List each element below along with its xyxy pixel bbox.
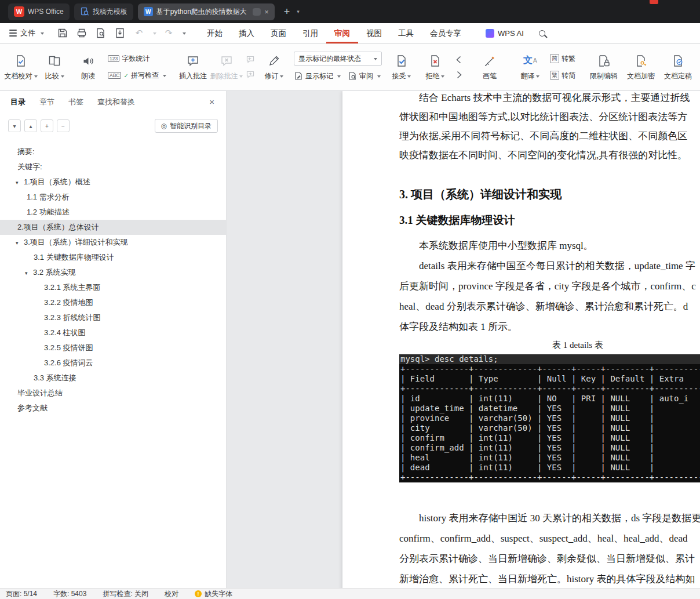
- menu-tab-6[interactable]: 工具: [390, 23, 422, 43]
- undo-caret-icon[interactable]: [153, 32, 156, 37]
- compare-button[interactable]: 比较: [38, 48, 71, 87]
- collapse-icon[interactable]: ▾: [16, 175, 24, 190]
- outline-item[interactable]: 3.2.4 柱状图: [0, 325, 226, 340]
- read-aloud-button[interactable]: 朗读: [71, 48, 105, 87]
- menu-tab-3[interactable]: 引用: [294, 23, 326, 43]
- pen-button[interactable]: 画笔: [473, 48, 506, 87]
- simplified-to-traditional-button[interactable]: 简 转繁: [550, 52, 575, 65]
- next-change-button[interactable]: [453, 70, 465, 80]
- outline-item[interactable]: 3.2.3 折线统计图: [0, 310, 226, 325]
- demote-button[interactable]: −: [57, 119, 70, 132]
- collapse-icon[interactable]: ▾: [25, 266, 33, 280]
- menu-tab-7[interactable]: 会员专享: [422, 23, 469, 43]
- outline-item[interactable]: ▾1.项目（系统）概述: [0, 175, 226, 190]
- doc-assistant-icon[interactable]: [253, 8, 261, 16]
- menu-tab-4[interactable]: 审阅: [326, 23, 358, 43]
- terminal-table: +-------------+-------------+------+----…: [399, 364, 700, 482]
- new-tab-button[interactable]: +: [284, 6, 290, 18]
- print-preview-button[interactable]: [94, 26, 108, 40]
- menu-tab-0[interactable]: 开始: [199, 23, 231, 43]
- proofread-button[interactable]: 文档校对: [4, 48, 38, 87]
- undo-button[interactable]: ↶: [132, 26, 146, 40]
- panel-tab-1[interactable]: 章节: [39, 97, 54, 107]
- proofread-status[interactable]: 校对: [165, 589, 178, 599]
- s2t-label: 转繁: [562, 54, 575, 64]
- translate-button[interactable]: 文A 翻译: [513, 48, 547, 87]
- reject-label: 拒绝: [425, 71, 439, 81]
- spell-check-status[interactable]: 拼写检查: 关闭: [103, 589, 148, 599]
- outline-label: 1.1 需求分析: [27, 193, 70, 201]
- outline-item[interactable]: 2.项目（系统）总体设计: [0, 220, 226, 235]
- word-count-indicator[interactable]: 字数: 5403: [53, 589, 86, 599]
- collapse-all-button[interactable]: ▴: [24, 119, 37, 132]
- document-tab[interactable]: W 基于python爬虫的疫情数据大 ×: [138, 3, 275, 20]
- word-doc-icon: W: [144, 7, 153, 16]
- outline-item[interactable]: ▾3.项目（系统）详细设计和实现: [0, 235, 226, 250]
- review-menu-label: 审阅: [359, 71, 373, 81]
- menu-tab-2[interactable]: 页面: [262, 23, 294, 43]
- hamburger-icon: [9, 30, 17, 37]
- wps-ai-label: WPS AI: [498, 29, 524, 38]
- tab-list-caret-icon[interactable]: ▾: [297, 9, 300, 14]
- print-button[interactable]: [75, 26, 89, 40]
- show-markup-button[interactable]: 显示标记: [294, 70, 341, 82]
- previous-change-button[interactable]: [453, 55, 465, 65]
- promote-button[interactable]: +: [41, 119, 53, 132]
- outline-item[interactable]: 3.1 关键数据库物理设计: [0, 250, 226, 265]
- outline-item[interactable]: 摘要:: [0, 144, 226, 159]
- finalize-document-button[interactable]: 文档定稿: [659, 48, 697, 87]
- outline-tree: 摘要:关键字:▾1.项目（系统）概述1.1 需求分析1.2 功能描述2.项目（系…: [0, 139, 226, 416]
- smart-toc-button[interactable]: ◎ 智能识别目录: [155, 119, 218, 133]
- accept-button[interactable]: 接受: [385, 48, 418, 87]
- paragraph-history-table: history 表用来存储中国近 30 天累计的相关数据，ds 字段是数据更co…: [399, 508, 700, 588]
- restrict-editing-button[interactable]: 限制编辑: [585, 48, 622, 87]
- close-panel-icon[interactable]: ×: [209, 97, 214, 106]
- document-page[interactable]: 结合 Echarts 技术中主流的数据可视化展示形式，主要通过折线饼状图和中国地…: [342, 91, 700, 588]
- markup-state-dropdown[interactable]: 显示标记的最终状态: [294, 52, 382, 66]
- page-indicator[interactable]: 页面: 5/14: [6, 589, 37, 599]
- expand-all-button[interactable]: ▾: [8, 119, 21, 132]
- traditional-to-simplified-button[interactable]: 繁 转简: [550, 69, 575, 82]
- t2s-label: 转简: [562, 71, 575, 81]
- collapse-icon[interactable]: ▾: [16, 235, 24, 250]
- delete-comment-label: 删除批注: [210, 71, 238, 81]
- review-menu-button[interactable]: 审阅: [348, 70, 381, 82]
- encrypt-document-button[interactable]: 文档加密: [622, 48, 659, 87]
- insert-comment-button[interactable]: 插入批注: [176, 48, 210, 87]
- panel-tab-2[interactable]: 书签: [68, 97, 83, 107]
- compare-label: 比较: [45, 71, 59, 81]
- outline-item[interactable]: 3.3 系统连接: [0, 371, 226, 386]
- reject-button[interactable]: 拒绝: [418, 48, 452, 87]
- show-markup-icon: [294, 68, 303, 84]
- outline-item[interactable]: 1.2 功能描述: [0, 205, 226, 220]
- wps-home-tab[interactable]: W WPS Office: [8, 3, 70, 20]
- translate-label: 翻译: [520, 71, 534, 81]
- outline-item[interactable]: 3.2.1 系统主界面: [0, 280, 226, 295]
- outline-item[interactable]: 3.2.5 疫情饼图: [0, 340, 226, 355]
- missing-font-warning[interactable]: ! 缺失字体: [195, 589, 232, 599]
- close-tab-icon[interactable]: ×: [264, 8, 269, 16]
- track-changes-button[interactable]: 修订: [257, 48, 291, 87]
- search-icon[interactable]: [539, 30, 545, 37]
- template-tab[interactable]: 找稿壳模板: [74, 3, 133, 20]
- redo-caret-icon[interactable]: [183, 32, 186, 37]
- outline-label: 3.2.3 折线统计图: [44, 313, 101, 322]
- file-menu-button[interactable]: 文件: [9, 28, 44, 38]
- panel-tab-3[interactable]: 查找和替换: [97, 97, 135, 107]
- outline-item[interactable]: 毕业设计总结: [0, 386, 226, 401]
- export-pdf-button[interactable]: [113, 26, 127, 40]
- outline-item[interactable]: 参考文献: [0, 401, 226, 416]
- menu-tab-1[interactable]: 插入: [231, 23, 262, 43]
- menu-tab-5[interactable]: 视图: [358, 23, 390, 43]
- word-count-button[interactable]: 123 字数统计: [108, 52, 166, 65]
- wps-ai-button[interactable]: WPS AI: [486, 29, 524, 38]
- outline-item[interactable]: 关键字:: [0, 159, 226, 175]
- outline-item[interactable]: 3.2.2 疫情地图: [0, 295, 226, 310]
- outline-item[interactable]: 1.1 需求分析: [0, 190, 226, 205]
- redo-button[interactable]: ↷: [162, 26, 176, 40]
- save-button[interactable]: [56, 26, 70, 40]
- outline-item[interactable]: ▾3.2 系统实现: [0, 265, 226, 280]
- spell-check-button[interactable]: ABC✓ 拼写检查: [108, 69, 166, 82]
- panel-tab-0[interactable]: 目录: [10, 97, 25, 107]
- outline-item[interactable]: 3.2.6 疫情词云: [0, 355, 226, 371]
